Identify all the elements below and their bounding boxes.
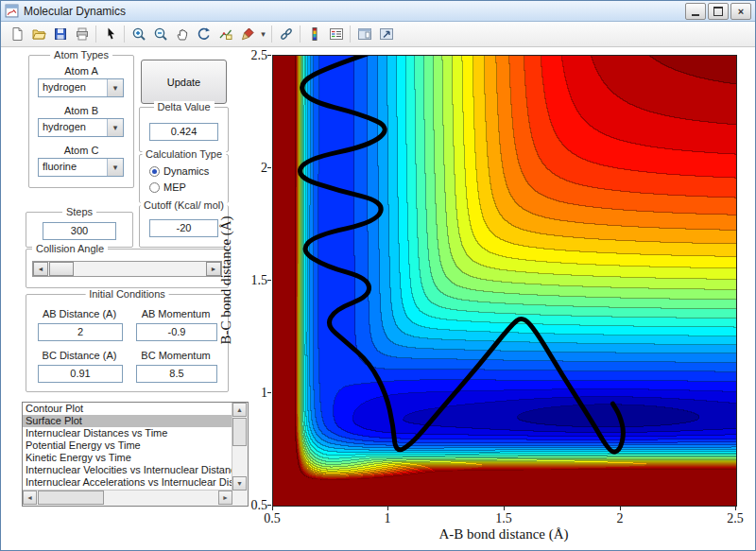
ab-momentum-field[interactable]: -0.9 [136,323,217,341]
y-tick [267,280,271,281]
atom-c-label: Atom C [29,145,133,156]
print-button[interactable] [71,24,93,45]
chevron-down-icon[interactable] [107,159,123,176]
update-button[interactable]: Update [141,60,227,104]
pan-hand-icon [175,26,190,42]
rotate-3d-button[interactable] [193,24,215,45]
calculation-type-group: Calculation Type Dynamics MEP [139,154,229,203]
toolbar-separator [95,26,96,43]
vertical-scrollbar[interactable]: ▲ ▼ [232,403,248,491]
collision-angle-legend: Collision Angle [32,243,108,254]
x-tick [272,507,273,510]
pan-button[interactable] [171,24,193,45]
atom-types-group: Atom Types Atom A hydrogen Atom B hydrog… [28,55,134,188]
radio-dynamics-label: Dynamics [163,165,209,177]
ab-distance-field[interactable]: 2 [38,323,123,341]
slider-left-arrow[interactable]: ◄ [33,262,48,276]
y-tick [267,55,271,56]
brush-dropdown-button[interactable] [258,24,268,45]
pointer-icon [103,26,118,42]
edit-plot-button[interactable] [99,24,121,45]
bc-distance-field[interactable]: 0.91 [38,365,123,383]
list-item[interactable]: Internuclear Accelerations vs Internucle… [23,476,232,489]
link-plots-button[interactable] [275,24,297,45]
x-tick [735,507,736,510]
hide-plot-tools-button[interactable] [353,24,375,45]
plot-type-listbox: Contour Plot Surface Plot Internuclear D… [22,402,249,507]
insert-colorbar-button[interactable] [303,24,325,45]
insert-legend-icon [329,26,344,42]
list-item[interactable]: Contour Plot [23,403,232,415]
atom-c-dropdown[interactable]: fluorine [38,158,124,177]
list-item[interactable]: Internuclear Velocities vs Internuclear … [23,464,232,476]
scroll-up-arrow[interactable]: ▲ [232,403,247,417]
x-axis-label: A-B bond distance (Å) [272,526,735,542]
insert-legend-button[interactable] [325,24,347,45]
y-tick-label: 1 [235,386,267,401]
zoom-in-button[interactable] [128,24,149,45]
horizontal-scrollbar[interactable]: ◄ ► [23,490,232,506]
dock-figure-button[interactable] [375,24,397,45]
x-tick-label: 1 [371,511,404,526]
bc-distance-label: BC Distance (A) [34,350,125,361]
toolbar-separator [271,26,272,43]
delta-value-field[interactable]: 0.424 [149,123,218,141]
bc-momentum-field[interactable]: 8.5 [136,365,217,383]
chevron-down-icon[interactable] [107,119,123,136]
zoom-out-button[interactable] [149,24,171,45]
brush-button[interactable] [236,24,258,45]
atom-a-value: hydrogen [39,79,107,96]
hscroll-thumb[interactable] [38,491,104,505]
app-window: Molecular Dynamics [0,0,756,551]
dock-figure-icon [379,26,394,42]
new-figure-button[interactable] [6,24,27,45]
titlebar: Molecular Dynamics [1,1,755,22]
chevron-down-icon[interactable] [107,79,123,96]
radio-dynamics[interactable]: Dynamics [149,165,209,177]
data-cursor-button[interactable] [215,24,236,45]
save-button[interactable] [49,24,71,45]
minimize-button[interactable] [685,3,706,20]
x-tick-label: 2.5 [719,511,751,526]
vscroll-thumb[interactable] [232,418,247,446]
zoom-out-icon [153,26,168,42]
figure-icon [5,4,19,18]
radio-button-icon [149,182,160,193]
open-file-button[interactable] [27,24,49,45]
y-tick-label: 1.5 [235,273,267,288]
print-icon [75,26,90,42]
y-tick-label: 2 [235,161,267,176]
brush-icon [240,26,255,42]
contour-canvas[interactable] [273,56,736,506]
window-title: Molecular Dynamics [24,5,683,18]
slider-thumb[interactable] [49,262,74,276]
atom-types-legend: Atom Types [50,49,112,60]
scroll-down-arrow[interactable]: ▼ [232,476,247,491]
y-tick-label: 0.5 [235,498,267,513]
list-item[interactable]: Internuclear Distances vs Time [23,427,232,439]
atom-a-dropdown[interactable]: hydrogen [38,78,124,97]
atom-b-dropdown[interactable]: hydrogen [38,118,124,137]
y-axis-label: B-C bond distance (Å) [218,215,234,344]
bc-momentum-label: BC Momentum [132,350,219,361]
scroll-left-arrow[interactable]: ◄ [23,491,37,505]
hide-plot-tools-icon [357,26,372,42]
list-item[interactable]: Surface Plot [23,415,232,427]
cutoff-legend: Cutoff (Kcal/ mol) [140,199,228,211]
initial-conditions-legend: Initial Conditions [85,288,169,300]
link-plots-icon [279,26,294,42]
list-item[interactable]: Kinetic Energy vs Time [23,452,232,464]
plot-type-list: Contour Plot Surface Plot Internuclear D… [23,403,232,491]
radio-mep[interactable]: MEP [149,181,186,193]
close-button[interactable] [730,3,751,20]
cutoff-group: Cutoff (Kcal/ mol) -20 [139,205,229,248]
collision-angle-slider[interactable]: ◄ ► [32,261,222,277]
maximize-button[interactable] [708,3,729,20]
toolbar-separator [124,26,125,43]
list-item[interactable]: Potential Energy vs Time [23,439,232,452]
steps-legend: Steps [62,206,96,217]
steps-field[interactable]: 300 [43,222,116,240]
rotate-3d-icon [197,26,212,42]
open-folder-icon [31,26,46,42]
cutoff-field[interactable]: -20 [149,219,218,237]
